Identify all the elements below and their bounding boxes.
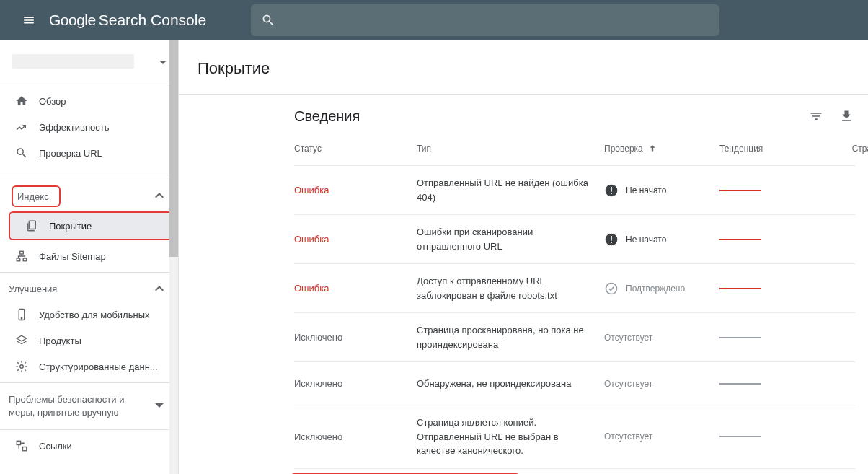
link-icon (14, 439, 29, 453)
check-label: Отсутствует (604, 379, 652, 389)
col-check[interactable]: Проверка (604, 144, 719, 154)
type-cell: Страница является копией. Отправленный U… (417, 416, 604, 458)
property-selector[interactable] (0, 40, 178, 82)
sidebar-item-structured-data[interactable]: Структурированные данн... (0, 354, 178, 379)
status-cell: Исключено (294, 431, 417, 442)
svg-rect-3 (23, 258, 27, 261)
hamburger-menu-button[interactable] (12, 3, 46, 38)
table-row[interactable]: ОшибкаОтправленный URL не найден (ошибка… (294, 165, 855, 214)
check-label: Не начато (626, 185, 666, 196)
table-row[interactable]: ИсключеноСтраница просканирована, но пок… (294, 312, 855, 361)
check-label: Не начато (626, 234, 666, 245)
sort-ascending-icon (647, 144, 657, 154)
table-row[interactable]: Страница без ошибокСтраница отправлена и… (294, 468, 855, 475)
filter-icon (809, 109, 823, 123)
table-row[interactable]: ОшибкаДоступ к отправленному URL заблоки… (294, 263, 855, 312)
svg-rect-14 (611, 242, 612, 243)
divider (0, 175, 178, 175)
check-cell: Не начато (604, 232, 719, 247)
check-cell: Отсутствует (604, 431, 719, 442)
highlight-coverage: Покрытие (9, 211, 172, 240)
sidebar-scrollbar[interactable] (169, 40, 178, 474)
sidebar-item-label: Файлы Sitemap (39, 251, 106, 262)
chevron-down-icon (155, 403, 164, 409)
trend-icon (14, 120, 29, 134)
svg-rect-13 (611, 236, 612, 241)
pages-cell: 48 (835, 332, 868, 343)
check-circle-icon (604, 281, 619, 296)
sidebar-item-mobile[interactable]: Удобство для мобильных (0, 302, 178, 328)
divider (0, 272, 178, 273)
col-status[interactable]: Статус (294, 144, 417, 154)
trend-cell (719, 436, 835, 437)
details-title: Сведения (294, 108, 360, 125)
check-label: Отсутствует (604, 333, 652, 343)
type-cell: Доступ к отправленному URL заблокирован … (417, 274, 604, 302)
svg-rect-2 (17, 258, 20, 261)
trend-line (719, 436, 761, 437)
search-icon (261, 13, 275, 27)
table-row[interactable]: ИсключеноОбнаружена, не проиндексирована… (294, 361, 855, 405)
sidebar-item-label: Обзор (39, 96, 66, 107)
status-cell: Ошибка (294, 234, 417, 245)
download-button[interactable] (838, 107, 855, 125)
trend-cell (719, 383, 835, 385)
filter-button[interactable] (807, 107, 825, 125)
trend-cell (719, 337, 835, 338)
sidebar: Обзор Эффективность Проверка URL Индекс (0, 40, 179, 474)
sidebar-item-products[interactable]: Продукты (0, 328, 178, 354)
search-input[interactable] (251, 4, 719, 36)
sidebar-item-coverage[interactable]: Покрытие (10, 213, 171, 239)
status-cell: Ошибка (294, 185, 417, 196)
sidebar-item-url-inspection[interactable]: Проверка URL (0, 140, 178, 166)
sidebar-section-security[interactable]: Проблемы безопасности и меры, принятые в… (0, 386, 178, 426)
hamburger-icon (22, 14, 35, 27)
sidebar-item-label: Ссылки (39, 441, 72, 452)
trend-line (719, 337, 761, 338)
col-pages[interactable]: Страницы (835, 144, 868, 154)
sidebar-item-label: Удобство для мобильных (39, 310, 150, 320)
alert-circle-icon (604, 232, 619, 247)
chevron-up-icon (155, 193, 164, 198)
table-row[interactable]: ИсключеноСтраница является копией. Отпра… (294, 405, 855, 468)
divider (0, 429, 178, 430)
search-icon (14, 146, 29, 160)
type-cell: Обнаружена, не проиндексирована (417, 377, 604, 391)
mobile-icon (14, 307, 29, 322)
check-cell: Не начато (604, 183, 719, 198)
col-trend[interactable]: Тенденция (719, 144, 835, 154)
status-cell: Исключено (294, 332, 417, 343)
alert-circle-icon (604, 183, 619, 198)
svg-point-5 (21, 318, 22, 320)
check-cell: Подтверждено (604, 281, 719, 296)
check-cell: Отсутствует (604, 333, 719, 343)
pages-cell: 4 (835, 234, 868, 245)
col-type[interactable]: Тип (417, 144, 604, 154)
trend-line (719, 288, 761, 289)
table-row[interactable]: ОшибкаОшибки при сканировании отправленн… (294, 214, 855, 263)
check-label: Подтверждено (626, 284, 685, 294)
sidebar-item-performance[interactable]: Эффективность (0, 114, 178, 140)
type-cell: Ошибки при сканировании отправленного UR… (417, 225, 604, 253)
sidebar-item-links[interactable]: Ссылки (0, 433, 178, 459)
sidebar-section-index[interactable]: Индекс (0, 183, 178, 209)
scrollbar-thumb[interactable] (169, 40, 178, 257)
svg-rect-0 (29, 221, 35, 229)
details-header: Сведения (294, 95, 855, 132)
sidebar-item-label: Продукты (39, 335, 81, 346)
trend-line (719, 190, 761, 191)
sidebar-item-label: Покрытие (49, 221, 92, 232)
svg-point-15 (606, 283, 617, 294)
svg-rect-1 (20, 251, 24, 254)
highlight-index-label: Индекс (12, 185, 61, 207)
pages-cell: 0 (835, 283, 868, 294)
check-cell: Отсутствует (604, 379, 719, 389)
sidebar-section-enhancements[interactable]: Улучшения (0, 276, 178, 302)
sidebar-item-overview[interactable]: Обзор (0, 88, 178, 114)
trend-line (719, 383, 761, 385)
property-name-placeholder (12, 54, 134, 69)
type-cell: Отправленный URL не найден (ошибка 404) (417, 176, 604, 204)
home-icon (14, 94, 29, 108)
svg-rect-7 (17, 442, 20, 445)
sidebar-item-sitemaps[interactable]: Файлы Sitemap (0, 243, 178, 269)
